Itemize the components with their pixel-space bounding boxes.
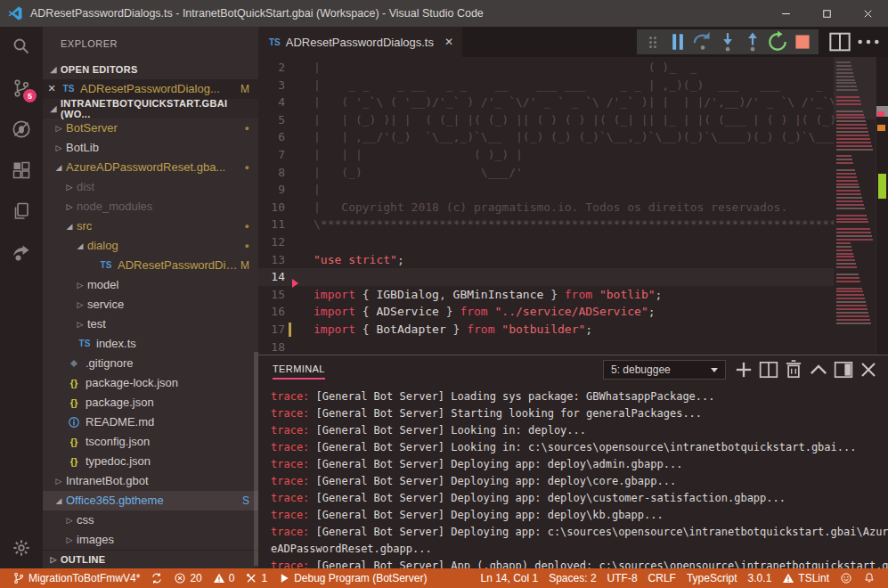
split-editor-button[interactable] — [826, 30, 854, 53]
tree-item-label: dist — [77, 180, 94, 193]
new-terminal-button[interactable] — [731, 358, 756, 381]
code-editor[interactable]: 2| ( )_ _ |3| _ _ _ __ _ _ __ ___ ___ _ … — [258, 57, 888, 355]
code-line-5: 5| | (_) )| | ( (_| |( (_) || ( ) ( ) |(… — [258, 111, 834, 129]
tree-item-botlib[interactable]: BotLib — [43, 138, 258, 158]
activity-item-pages[interactable] — [0, 191, 43, 232]
tree-item-images[interactable]: images — [43, 530, 258, 550]
ts-file-icon: TS — [77, 339, 93, 348]
activity-item-search[interactable] — [0, 27, 43, 68]
tree-item-css[interactable]: css — [43, 510, 258, 530]
kill-terminal-button[interactable] — [781, 358, 806, 381]
stop-button[interactable] — [790, 30, 815, 53]
tree-item-service[interactable]: service — [43, 295, 258, 314]
tree-item-readme-md[interactable]: README.md — [43, 412, 258, 432]
close-icon[interactable]: ✕ — [43, 83, 61, 94]
tree-item-adresetpassworddial-[interactable]: TSADResetPasswordDial...M — [43, 256, 258, 275]
tab-adresetpassworddialogs[interactable]: TS ADResetPasswordDialogs.ts ✕ — [258, 27, 462, 57]
drag-grip-button[interactable] — [640, 30, 665, 53]
status-ts-version[interactable]: 3.0.1 — [743, 568, 778, 588]
status-sync[interactable] — [145, 568, 168, 588]
activity-item-source-control[interactable]: 5 — [0, 68, 43, 109]
split-terminal-button[interactable] — [756, 358, 781, 381]
tab-bar: TS ADResetPasswordDialogs.ts ✕ — [258, 27, 888, 57]
tree-item-dist[interactable]: dist — [43, 177, 258, 197]
minimap-line — [836, 298, 865, 299]
close-button[interactable] — [847, 0, 888, 27]
status-language[interactable]: TypeScript — [681, 568, 743, 588]
activity-item-debug[interactable] — [0, 109, 43, 150]
more-actions-button[interactable] — [854, 30, 883, 53]
step-over-button[interactable] — [690, 30, 715, 53]
code-text: | ( )_ _ | — [285, 59, 834, 77]
minimap-line — [836, 149, 873, 151]
workspace-header[interactable]: INTRANETBOTQUICKSTART.GBAI (WO... — [43, 99, 258, 118]
file-tree: BotServer●BotLibAzureADPasswordReset.gba… — [43, 118, 258, 550]
status-cursor-position[interactable]: Ln 14, Col 1 — [475, 568, 543, 588]
activity-item-share[interactable] — [0, 232, 43, 273]
status-notifications[interactable] — [858, 568, 881, 588]
tree-item-src[interactable]: src● — [43, 216, 258, 236]
status-tasks[interactable]: 1 — [240, 568, 273, 588]
restart-button[interactable] — [765, 30, 790, 53]
terminal-line: trace: [General Bot Server] Deploying ap… — [271, 524, 876, 541]
maximize-button[interactable] — [806, 0, 847, 27]
status-eol[interactable]: CRLF — [643, 568, 681, 588]
terminal-output[interactable]: trace: [General Bot Server] Loading sys … — [258, 384, 888, 568]
line-number: 12 — [258, 233, 285, 251]
tree-item-dialog[interactable]: dialog● — [43, 236, 258, 256]
tree-item--gitignore[interactable]: .gitignore — [43, 354, 258, 373]
activity-item-settings[interactable] — [0, 527, 43, 568]
tree-item-botserver[interactable]: BotServer● — [43, 118, 258, 138]
tree-item-package-lock-json[interactable]: {}package-lock.json — [43, 373, 258, 393]
tab-close-icon[interactable]: ✕ — [444, 36, 453, 48]
status-encoding[interactable]: UTF-8 — [602, 568, 643, 588]
terminal-select[interactable]: 5: debuggee — [603, 360, 726, 380]
code-line-16: 16import { ADService } from "../service/… — [258, 303, 834, 321]
tab-terminal[interactable]: TERMINAL — [273, 363, 325, 380]
pause-button[interactable] — [665, 30, 690, 53]
minimap-line — [836, 190, 860, 192]
step-out-button[interactable] — [740, 30, 765, 53]
status-feedback[interactable] — [835, 568, 858, 588]
tree-item-intranetbot-gbot[interactable]: IntranetBot.gbot — [43, 471, 258, 491]
status-errors[interactable]: 20 — [168, 568, 207, 588]
sidebar-scrollbar[interactable] — [254, 352, 258, 566]
minimap-line — [836, 256, 854, 257]
status-indentation[interactable]: Spaces: 2 — [543, 568, 601, 588]
minimize-button[interactable] — [765, 0, 806, 27]
tree-item-test[interactable]: test — [43, 314, 258, 334]
code-text: | ( '_`\ ( '__)/'_` ) /'_ `\/' _ ` _ `\ … — [285, 94, 834, 111]
tree-item-package-json[interactable]: {}package.json — [43, 393, 258, 412]
tree-item-node-modules[interactable]: node_modules — [43, 197, 258, 216]
code-area: 2| ( )_ _ |3| _ _ _ __ _ _ __ ___ ___ _ … — [258, 57, 834, 355]
status-tslint[interactable]: TSLint — [777, 568, 835, 588]
minimap[interactable] — [834, 57, 876, 355]
open-editors-header[interactable]: OPEN EDITORS — [43, 61, 258, 79]
status-git-branch[interactable]: MigrationToBotFmwV4* — [7, 568, 145, 588]
tree-item-office365-gbtheme[interactable]: Office365.gbthemeS — [43, 491, 258, 510]
minimap-line — [836, 176, 857, 178]
overview-ruler[interactable] — [876, 57, 888, 355]
chevron-collapsed-icon — [62, 535, 77, 544]
activity-item-extensions[interactable] — [0, 150, 43, 191]
status-debug-launch[interactable]: Debug Program (BotServer) — [273, 568, 432, 588]
line-number: 8 — [258, 164, 285, 182]
terminal-line: eADPasswordReset.gbapp... — [271, 541, 876, 558]
tree-item-index-ts[interactable]: TSindex.ts — [43, 334, 258, 354]
maximize-panel-button[interactable] — [806, 358, 831, 381]
chevron-collapsed-icon — [62, 202, 77, 211]
tree-item-tsconfig-json[interactable]: {}tsconfig.json — [43, 432, 258, 452]
status-warnings[interactable]: 0 — [208, 568, 240, 588]
tree-item-model[interactable]: model — [43, 275, 258, 295]
minimap-line — [836, 312, 868, 314]
chevron-expanded-icon — [73, 241, 87, 250]
outline-header[interactable]: OUTLINE — [43, 550, 258, 568]
step-into-button[interactable] — [715, 30, 740, 53]
open-editor-item[interactable]: ✕TSADResetPasswordDialog...M — [43, 79, 258, 99]
tree-item-typedoc-json[interactable]: {}typedoc.json — [43, 452, 258, 471]
close-panel-button[interactable] — [856, 358, 881, 381]
move-panel-button[interactable] — [831, 358, 856, 381]
terminal-line: trace: [General Bot Server] Deploying ap… — [271, 456, 876, 473]
tree-item-azureadpasswordreset-gba-[interactable]: AzureADPasswordReset.gba...● — [43, 158, 258, 177]
code-text: | (_) \___/' | — [285, 164, 834, 182]
